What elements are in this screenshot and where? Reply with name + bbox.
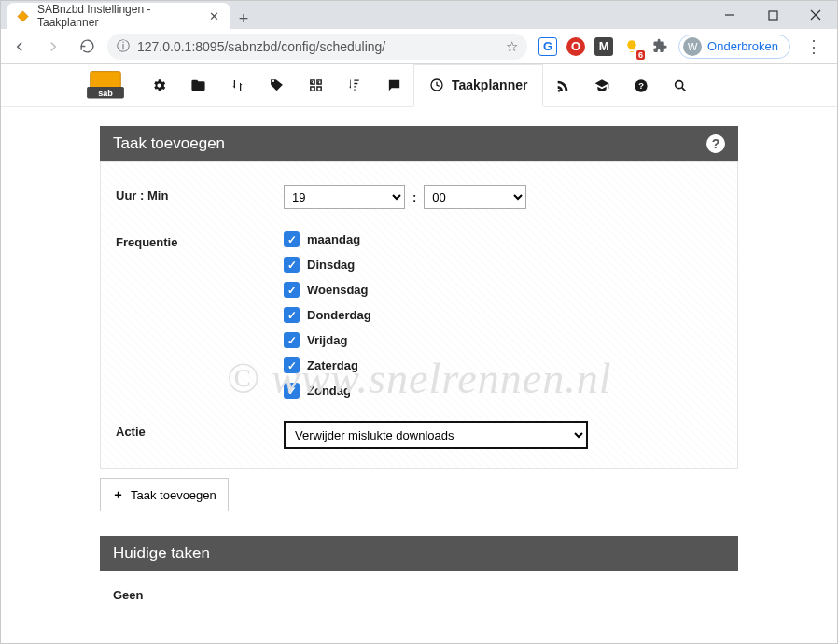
minute-select[interactable]: 00 bbox=[424, 185, 526, 209]
day-checkbox-fri[interactable]: ✓Vrijdag bbox=[284, 332, 722, 348]
add-task-panel-title: Taak toevoegen bbox=[113, 134, 225, 153]
new-tab-button[interactable]: + bbox=[230, 9, 257, 29]
browser-tab-active[interactable]: SABnzbd Instellingen - Taakplanner ✕ bbox=[7, 3, 230, 29]
checkbox-icon: ✓ bbox=[284, 231, 300, 247]
add-task-button-label: Taak toevoegen bbox=[131, 488, 216, 502]
sabnzbd-logo[interactable]: sab bbox=[85, 68, 126, 104]
current-tasks-body: Geen bbox=[100, 571, 738, 639]
checkbox-icon: ✓ bbox=[284, 332, 300, 348]
tb-rss-icon[interactable] bbox=[543, 64, 582, 107]
nav-back-button[interactable] bbox=[7, 34, 33, 60]
svg-text:sab: sab bbox=[98, 89, 113, 98]
tb-search-icon[interactable] bbox=[661, 64, 700, 107]
window-minimize-button[interactable] bbox=[708, 1, 751, 29]
window-maximize-button[interactable] bbox=[751, 1, 794, 29]
current-tasks-title: Huidige taken bbox=[113, 544, 210, 563]
profile-status-text: Onderbroken bbox=[707, 39, 778, 53]
ext-translate-icon[interactable]: G bbox=[538, 37, 557, 56]
current-tasks-empty-text: Geen bbox=[113, 588, 144, 602]
day-checkbox-thu[interactable]: ✓Donderdag bbox=[284, 307, 722, 323]
tb-help-icon[interactable]: ? bbox=[622, 64, 661, 107]
time-field-row: Uur : Min 19 : 00 bbox=[116, 179, 722, 226]
tb-categories-icon[interactable] bbox=[257, 64, 296, 107]
tb-folders-icon[interactable] bbox=[178, 64, 217, 107]
tb-switches-icon[interactable] bbox=[217, 64, 257, 107]
svg-line-12 bbox=[682, 87, 686, 91]
bookmark-star-icon[interactable]: ☆ bbox=[506, 38, 518, 55]
checkbox-icon: ✓ bbox=[284, 257, 300, 273]
tb-notifications-icon[interactable] bbox=[374, 64, 413, 107]
time-separator: : bbox=[405, 190, 424, 204]
browser-tab-strip: SABnzbd Instellingen - Taakplanner ✕ + bbox=[1, 1, 708, 29]
app-toolbar: sab Taakplanner bbox=[1, 64, 837, 107]
checkbox-icon: ✓ bbox=[284, 282, 300, 298]
plus-icon: ＋ bbox=[112, 486, 124, 503]
window-controls bbox=[708, 1, 837, 29]
url-text: 127.0.0.1:8095/sabnzbd/config/scheduling… bbox=[137, 39, 498, 54]
avatar-initial: W bbox=[683, 37, 702, 56]
ext-adblock-icon[interactable]: O bbox=[566, 37, 585, 56]
browser-nav-bar: ⓘ 127.0.0.1:8095/sabnzbd/config/scheduli… bbox=[1, 29, 837, 64]
day-checkbox-tue[interactable]: ✓Dinsdag bbox=[284, 257, 722, 273]
tab-close-icon[interactable]: ✕ bbox=[207, 9, 221, 23]
browser-extension-icons: G O M 6 W Onderbroken ⋮ bbox=[535, 35, 831, 59]
svg-rect-2 bbox=[769, 11, 777, 20]
frequency-field-label: Frequentie bbox=[116, 231, 284, 399]
nav-reload-button[interactable] bbox=[74, 34, 100, 60]
svg-marker-0 bbox=[18, 10, 28, 21]
window-titlebar: SABnzbd Instellingen - Taakplanner ✕ + bbox=[1, 1, 837, 29]
hour-select[interactable]: 19 bbox=[284, 185, 405, 209]
clock-icon bbox=[429, 77, 444, 92]
action-field-label: Actie bbox=[116, 421, 284, 449]
add-task-panel-body: Uur : Min 19 : 00 Frequentie bbox=[100, 161, 738, 469]
tb-sorting-icon[interactable] bbox=[296, 64, 335, 107]
panel-help-icon[interactable]: ? bbox=[706, 134, 725, 153]
current-tasks-section: Huidige taken Geen bbox=[100, 536, 738, 639]
add-task-panel-header: Taak toevoegen ? bbox=[100, 126, 738, 161]
action-select[interactable]: Verwijder mislukte downloads bbox=[284, 421, 588, 449]
day-checkbox-list: ✓maandag ✓Dinsdag ✓Woensdag ✓Donderdag ✓… bbox=[284, 231, 722, 399]
profile-button[interactable]: W Onderbroken bbox=[678, 35, 790, 59]
day-checkbox-wed[interactable]: ✓Woensdag bbox=[284, 282, 722, 298]
page-content: sab Taakplanner bbox=[1, 64, 837, 643]
tb-general-icon[interactable] bbox=[139, 64, 178, 107]
sabnzbd-favicon bbox=[16, 8, 30, 23]
ext-tips-icon[interactable]: 6 bbox=[622, 37, 641, 56]
ext-mega-icon[interactable]: M bbox=[594, 37, 613, 56]
add-task-button[interactable]: ＋ Taak toevoegen bbox=[100, 478, 229, 511]
page-scroll[interactable]: sab Taakplanner bbox=[1, 64, 837, 643]
tab-title-text: SABnzbd Instellingen - Taakplanner bbox=[37, 3, 200, 29]
config-container: Taak toevoegen ? Uur : Min 19 : 00 bbox=[100, 126, 738, 639]
tb-sorting2-icon[interactable] bbox=[335, 64, 374, 107]
tb-scheduler-tab[interactable]: Taakplanner bbox=[413, 64, 543, 107]
nav-forward-button[interactable] bbox=[40, 34, 66, 60]
svg-text:?: ? bbox=[639, 81, 645, 91]
day-checkbox-mon[interactable]: ✓maandag bbox=[284, 231, 722, 247]
checkbox-icon: ✓ bbox=[284, 383, 300, 399]
day-checkbox-sun[interactable]: ✓Zondag bbox=[284, 383, 722, 399]
ext-tips-badge-count: 6 bbox=[636, 50, 645, 60]
window-close-button[interactable] bbox=[794, 1, 837, 29]
current-tasks-header: Huidige taken bbox=[100, 536, 738, 571]
address-bar[interactable]: ⓘ 127.0.0.1:8095/sabnzbd/config/scheduli… bbox=[107, 34, 527, 60]
day-checkbox-sat[interactable]: ✓Zaterdag bbox=[284, 357, 722, 373]
tb-special-icon[interactable] bbox=[582, 64, 622, 107]
browser-menu-icon[interactable]: ⋮ bbox=[800, 36, 828, 57]
page-viewport: sab Taakplanner bbox=[1, 64, 837, 643]
checkbox-icon: ✓ bbox=[284, 307, 300, 323]
svg-point-11 bbox=[676, 80, 683, 88]
frequency-field-row: Frequentie ✓maandag ✓Dinsdag ✓Woensdag ✓… bbox=[116, 226, 722, 415]
action-field-row: Actie Verwijder mislukte downloads bbox=[116, 415, 722, 453]
checkbox-icon: ✓ bbox=[284, 357, 300, 373]
tb-scheduler-label: Taakplanner bbox=[452, 77, 527, 92]
extensions-puzzle-icon[interactable] bbox=[650, 37, 669, 56]
svg-rect-5 bbox=[91, 72, 121, 89]
site-info-icon[interactable]: ⓘ bbox=[117, 38, 130, 55]
time-field-label: Uur : Min bbox=[116, 185, 284, 209]
